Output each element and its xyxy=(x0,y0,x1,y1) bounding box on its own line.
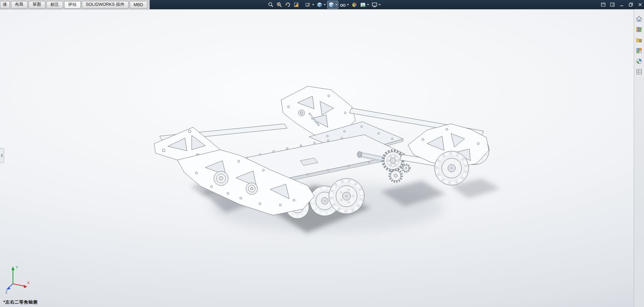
titlebar: 体 布局 草图 标注 评估 SOLIDWORKS 插件 MBD xyxy=(0,0,644,9)
apply-scene-icon xyxy=(360,2,366,8)
tab-layout[interactable]: 布局 xyxy=(11,1,28,9)
sketch-visibility-button[interactable] xyxy=(304,1,315,9)
z-axis-label: Z xyxy=(5,290,8,294)
zoom-to-fit-button[interactable] xyxy=(267,1,275,9)
edit-appearance-button[interactable] xyxy=(351,1,358,9)
custom-properties-button[interactable] xyxy=(635,68,643,76)
gear-tiny xyxy=(402,164,410,172)
view-settings-button[interactable] xyxy=(371,1,381,9)
tab-mbd[interactable]: MBD xyxy=(130,1,147,9)
chevron-down-icon[interactable] xyxy=(312,4,314,5)
design-library-button[interactable] xyxy=(635,25,643,33)
hide-show-items-icon xyxy=(340,2,346,8)
view-palette-icon xyxy=(636,47,642,54)
section-view-button[interactable] xyxy=(293,1,300,9)
minimize-icon xyxy=(619,2,624,7)
assembly-model xyxy=(0,10,644,307)
view-orientation-button[interactable] xyxy=(316,1,326,9)
view-palette-button[interactable] xyxy=(635,46,643,55)
gear-large xyxy=(383,150,403,171)
section-view-icon xyxy=(293,2,299,8)
chevron-down-icon[interactable] xyxy=(335,4,337,5)
z-axis-arrow xyxy=(6,287,10,290)
appearances-scenes-icon xyxy=(636,58,642,64)
close-icon xyxy=(638,2,642,7)
tab-assembly[interactable]: 体 xyxy=(0,1,10,9)
show-taskpane-icon xyxy=(610,2,615,7)
display-style-button[interactable] xyxy=(327,1,338,9)
tab-evaluate[interactable]: 评估 xyxy=(64,1,81,9)
solidworks-resources-icon xyxy=(636,16,642,22)
file-explorer-icon xyxy=(636,37,642,43)
show-taskpane-button[interactable] xyxy=(610,2,615,8)
window-controls xyxy=(600,0,643,9)
previous-view-button[interactable] xyxy=(284,1,292,9)
chevron-down-icon[interactable] xyxy=(347,4,349,5)
collapse-ribbon-icon xyxy=(601,2,605,7)
custom-properties-icon xyxy=(636,69,642,75)
tab-annotation[interactable]: 标注 xyxy=(46,1,63,9)
commandmanager-tabstrip: 体 布局 草图 标注 评估 SOLIDWORKS 插件 MBD xyxy=(0,0,150,9)
y-axis-arrow xyxy=(12,266,15,270)
gear-small xyxy=(390,170,402,182)
tab-sketch[interactable]: 草图 xyxy=(29,1,45,9)
sketch-visibility-icon xyxy=(305,2,311,8)
y-axis-label: Y xyxy=(16,266,18,269)
zoom-area-button[interactable] xyxy=(276,1,283,9)
view-orientation-label: *左右二等角轴测 xyxy=(3,299,38,305)
view-orientation-icon xyxy=(317,2,323,8)
chevron-down-icon[interactable] xyxy=(367,4,369,5)
solidworks-resources-button[interactable] xyxy=(635,15,643,23)
x-axis-label: X xyxy=(27,281,30,285)
task-pane-strip xyxy=(634,9,644,307)
graphics-viewport[interactable]: Y X Z *左右二等角轴测 xyxy=(0,9,644,307)
zoom-to-fit-icon xyxy=(268,2,274,8)
design-library-icon xyxy=(636,26,642,33)
chevron-down-icon[interactable] xyxy=(324,4,326,5)
zoom-area-icon xyxy=(276,2,282,8)
restore-button[interactable] xyxy=(628,2,633,8)
display-style-icon xyxy=(328,2,334,8)
close-button[interactable] xyxy=(637,2,643,8)
chevron-down-icon[interactable] xyxy=(379,4,381,5)
previous-view-icon xyxy=(285,2,291,8)
x-axis-arrow xyxy=(24,285,27,288)
edit-appearance-icon xyxy=(351,2,357,8)
chevron-left-icon xyxy=(1,154,3,157)
collapse-ribbon-button[interactable] xyxy=(600,2,606,8)
mecanum-wheel-right-front xyxy=(435,151,469,185)
file-explorer-button[interactable] xyxy=(635,36,643,44)
view-settings-icon xyxy=(371,2,378,8)
mecanum-wheel-center-front xyxy=(329,178,364,214)
heads-up-view-toolbar xyxy=(267,0,381,9)
restore-icon xyxy=(629,2,633,7)
appearances-scenes-button[interactable] xyxy=(635,57,643,65)
minimize-button[interactable] xyxy=(619,2,624,8)
apply-scene-button[interactable] xyxy=(359,1,370,9)
tab-solidworks-addins[interactable]: SOLIDWORKS 插件 xyxy=(82,1,129,9)
reference-triad: Y X Z xyxy=(5,264,31,294)
hide-show-items-button[interactable] xyxy=(339,1,350,9)
featuremanager-collapse-tab[interactable] xyxy=(0,148,4,163)
